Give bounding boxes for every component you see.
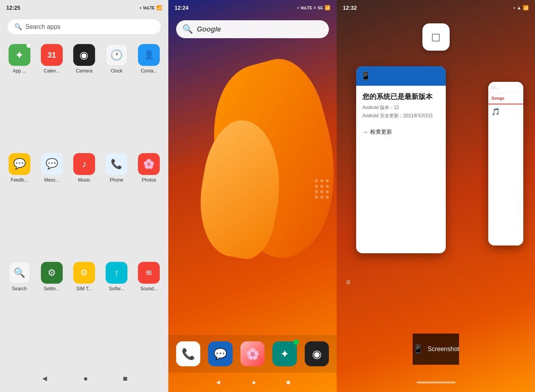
home-button-1[interactable]: ● (83, 374, 88, 383)
dock-phone[interactable]: 📞 (176, 341, 200, 366)
list-view-button[interactable]: ≡ (346, 278, 351, 287)
battery-icon-2: ▪ (297, 5, 299, 11)
google-text: Google (197, 25, 221, 34)
battery-icon-1: ▪ (140, 5, 141, 11)
recent-button-2[interactable]: ■ (286, 378, 290, 387)
google-search-bar[interactable]: 🔍 Google (176, 20, 329, 38)
dock-camera[interactable]: ◉ (305, 341, 329, 366)
app-label-simt: SIM T... (76, 286, 92, 291)
dock-messages[interactable]: 💬 (208, 341, 232, 366)
app-item-simt[interactable]: ⚙ SIM T... (69, 259, 99, 365)
app-item-clock[interactable]: 🕐 Clock (102, 41, 131, 147)
home-pill (417, 381, 456, 383)
card-title: 您的系统已是最新版本 (362, 92, 440, 101)
app-label-sound: Sound... (140, 286, 158, 291)
app-icon-camera: ◉ (73, 44, 95, 66)
recent-card-system-update[interactable]: 📱 您的系统已是最新版本 Android 版本：12 Android 安全更新：… (356, 66, 446, 253)
search-icon: 🔍 (14, 23, 22, 30)
app-icon-sound: ≋ (138, 262, 160, 284)
screenshot-icon: 📱 (413, 344, 423, 354)
app-label-camera: Camera (76, 68, 93, 74)
google-search-icon: 🔍 (182, 24, 193, 34)
app-icon-messages: 💬 (41, 153, 63, 175)
app-label-appstore: App ... (12, 68, 26, 74)
home-button-2[interactable]: ● (252, 378, 256, 387)
search-bar[interactable]: 🔍 Search apps (7, 19, 161, 35)
app-label-search: Search (12, 286, 27, 291)
app-icon-photos: 🌸 (138, 153, 160, 175)
card-header: 📱 (356, 66, 446, 86)
app-item-music[interactable]: ♪ Music (69, 150, 99, 256)
card-content: 您的系统已是最新版本 Android 版本：12 Android 安全更新：20… (356, 86, 446, 142)
app-item-camera[interactable]: ◉ Camera (69, 41, 99, 147)
app-label-phone: Phone (110, 177, 124, 183)
battery-icon-3: ▪ (514, 5, 515, 11)
wifi-icon-2: ≈ (314, 5, 316, 11)
dock-appstore[interactable]: ✦ (272, 341, 297, 366)
app-item-appstore[interactable]: ✦ App ... (5, 41, 34, 147)
dock-photos[interactable]: 🌸 (240, 341, 265, 366)
app-item-photos[interactable]: 🌸 Photos (134, 150, 164, 256)
signal-icon-1: 📶 (156, 5, 162, 11)
app-item-phone[interactable]: 📞 Phone (102, 150, 131, 256)
app-icon-calendar: 31 (41, 44, 63, 66)
wifi-icon-3: ▲ (517, 5, 521, 11)
list-icon: ≡ (346, 278, 351, 286)
app-icon-settings: ⚙ (41, 262, 63, 284)
recent-apps-area: □ 📱 您的系统已是最新版本 Android 版本：12 Android 安全更… (337, 16, 535, 373)
app-icon-search: 🔍 (9, 262, 30, 284)
recent-card-music[interactable]: Lo... Songs 🎵 (488, 82, 523, 245)
card-right-music-icon: 🎵 (488, 104, 523, 119)
card-header-icon: 📱 (361, 71, 371, 81)
app-icon-music: ♪ (73, 153, 95, 175)
wallpaper-area (168, 43, 337, 335)
app-icon-simt: ⚙ (73, 262, 95, 284)
volte-badge-2: VoLTE (300, 6, 312, 10)
status-icons-1: ▪ VoLTE 📶 (140, 5, 162, 11)
security-update: Android 安全更新：2021年5月5日 (362, 113, 440, 119)
status-icons-2: ▪ VoLTE ≈ 5G 📶 (297, 5, 330, 11)
screenshot-bar[interactable]: 📱 Screenshot (413, 334, 459, 365)
app-icon-contacts: 👤 (138, 44, 160, 66)
card-right-search: Lo... (488, 82, 523, 93)
check-update-link[interactable]: → 检查更新 (362, 129, 440, 136)
app-icon-phone: 📞 (106, 153, 127, 175)
recent-button-1[interactable]: ■ (123, 374, 127, 383)
time-3: 12:32 (343, 5, 357, 11)
bottom-nav-3 (337, 373, 535, 392)
app-item-sound[interactable]: ≋ Sound... (134, 259, 164, 365)
app-icon-clock: 🕐 (106, 44, 127, 66)
signal-icon-3: 📶 (523, 5, 529, 11)
back-button-2[interactable]: ◄ (215, 378, 222, 387)
recent-cards-container: 📱 您的系统已是最新版本 Android 版本：12 Android 安全更新：… (337, 58, 535, 334)
nav-bar-2: ◄ ● ■ (168, 373, 337, 392)
app-icon-software: ↑ (106, 262, 127, 284)
app-icon-appstore: ✦ (9, 44, 30, 66)
app-label-contacts: Conta... (141, 68, 157, 74)
app-item-feedback[interactable]: 💬 Feedb... (5, 150, 34, 256)
panel-app-drawer: 12:25 ▪ VoLTE 📶 🔍 Search apps ✦ App ... … (0, 0, 168, 392)
app-item-search[interactable]: 🔍 Search (5, 259, 34, 365)
app-item-software[interactable]: ↑ Softw... (102, 259, 131, 365)
card-right-content: Lo... Songs 🎵 (488, 82, 523, 245)
panel-recent-apps: 12:32 ▪ ▲ 📶 □ 📱 您的系统已是最新版本 Android 版本：12… (337, 0, 535, 392)
status-icons-3: ▪ ▲ 📶 (514, 5, 529, 11)
volte-badge-1: VoLTE (143, 6, 155, 10)
app-label-music: Music (78, 177, 90, 183)
app-item-contacts[interactable]: 👤 Conta... (134, 41, 164, 147)
app-badge-appstore (26, 43, 31, 48)
app-label-clock: Clock (111, 68, 122, 74)
apps-grid: ✦ App ... 31 Calen... ◉ Camera 🕐 Clock (0, 41, 168, 365)
app-label-software: Softw... (109, 286, 124, 291)
signal5g-badge: 5G (318, 6, 323, 10)
app-item-settings[interactable]: ⚙ Settin... (37, 259, 66, 365)
app-icon-feedback: 💬 (9, 153, 30, 175)
app-item-calendar[interactable]: 31 Calen... (37, 41, 66, 147)
back-button-1[interactable]: ◄ (41, 374, 49, 383)
screenshot-label: Screenshot (428, 346, 459, 353)
nav-bar-1: ◄ ● ■ (0, 365, 168, 392)
app-label-settings: Settin... (44, 286, 60, 291)
status-bar-3: 12:32 ▪ ▲ 📶 (337, 0, 535, 16)
app-item-messages[interactable]: 💬 Mess... (37, 150, 66, 256)
status-bar-1: 12:25 ▪ VoLTE 📶 (0, 0, 168, 16)
